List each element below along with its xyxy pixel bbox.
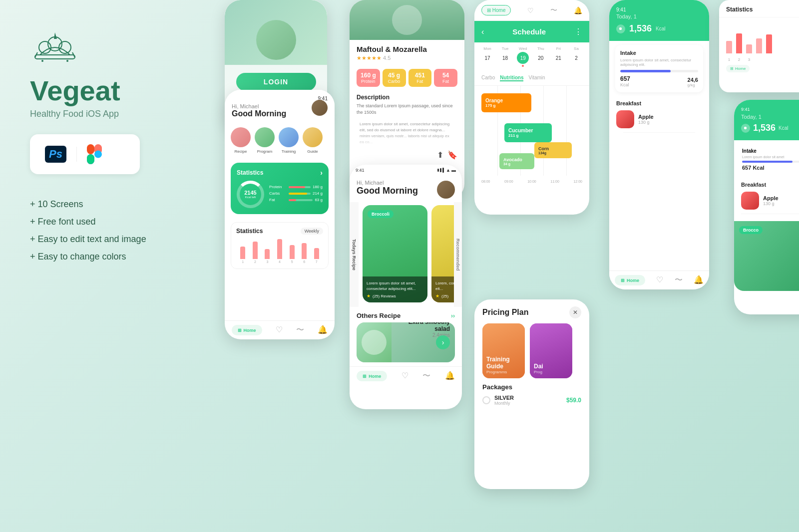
- phone4-greeting-section: Hi, Michael Good Morning: [357, 180, 418, 196]
- intake-unit1: Kcal: [620, 82, 630, 87]
- food-item-apple: Apple 130 g: [616, 110, 702, 128]
- see-all-btn[interactable]: ››: [451, 312, 455, 319]
- activity-icon-schedule[interactable]: 〜: [550, 6, 557, 15]
- protein-pill-val: 160 g: [361, 72, 376, 79]
- share-icon[interactable]: ⬆: [437, 150, 443, 160]
- day-fri[interactable]: Fri 21: [552, 46, 564, 67]
- bell-icon-7[interactable]: 🔔: [694, 275, 704, 285]
- guide-label: Guide: [307, 149, 318, 154]
- breakfast-title-10: Breakfast: [741, 182, 799, 188]
- program-label: Program: [257, 149, 273, 154]
- login-button[interactable]: LOGIN: [236, 73, 316, 91]
- stats-card-white: Statistics Weekly 1 2 3 4 5 6 7: [231, 222, 329, 269]
- svg-point-5: [41, 60, 43, 62]
- wifi-icon: ▲: [446, 168, 450, 173]
- bar-4: 4: [275, 239, 285, 264]
- heart-icon-schedule[interactable]: ♡: [527, 6, 534, 14]
- weekly-badge[interactable]: Weekly: [301, 228, 323, 235]
- day-thu[interactable]: Thu 20: [535, 46, 547, 67]
- carbs-pill-label: Carbo: [388, 79, 400, 84]
- nutrition-chart: 08:00 09:00 10:00 11:00 12:00 Orange 175…: [474, 86, 589, 186]
- kcal-icon: ⏺: [616, 24, 625, 33]
- big-recipe-card[interactable]: Extra smoothy salad 2.4mins ›: [357, 322, 455, 362]
- daily-plan-card[interactable]: Dai Prog: [530, 323, 572, 378]
- category-recipe[interactable]: Recipe: [231, 127, 251, 154]
- time-labels: 08:00 09:00 10:00 11:00 12:00: [481, 180, 582, 183]
- home-tab-7[interactable]: ⊞ Home: [615, 275, 645, 285]
- bell-icon[interactable]: 🔔: [318, 325, 328, 335]
- bookmark-icon[interactable]: 🔖: [447, 150, 457, 160]
- category-guide[interactable]: Guide: [303, 127, 323, 154]
- tab-carbo[interactable]: Carbo: [481, 75, 495, 81]
- activity-icon-7[interactable]: 〜: [675, 275, 683, 285]
- figma-icon: [87, 144, 102, 164]
- stats2-header: Statistics Weekly: [236, 228, 323, 235]
- category-training[interactable]: Training: [279, 127, 299, 154]
- fat-pill-label: Fat: [416, 79, 423, 84]
- breakfast-title: Breakfast: [616, 100, 702, 106]
- day-tue[interactable]: Tue 18: [499, 46, 511, 67]
- feature-2: + Free font used: [30, 217, 180, 227]
- training-plan-sub: Programms: [486, 370, 521, 374]
- kcal-pill-label: Fat: [442, 79, 449, 84]
- day-sat[interactable]: Sa 2: [570, 46, 582, 67]
- training-plan-card[interactable]: Training Guide Programms: [482, 323, 525, 378]
- food-circle: [256, 20, 296, 60]
- training-card-info: Training Guide Programms: [486, 356, 521, 374]
- food-row-10: Apple 130 g: [741, 192, 799, 210]
- feature-1: + 10 Screens: [30, 199, 180, 210]
- fat-pill: 451 Fat: [408, 69, 432, 87]
- food-hero: [350, 0, 464, 40]
- silver-radio[interactable]: [482, 396, 490, 404]
- good-morning-right-content: 9:41 Today, 1 ⏺ 1,536 Kcal Intake Lorem …: [734, 100, 799, 314]
- bell-icon-schedule[interactable]: 🔔: [574, 6, 582, 14]
- tab-nutritions[interactable]: Nutritions: [500, 75, 523, 81]
- schedule-title: Schedule: [512, 27, 546, 36]
- day-mon[interactable]: Mon 17: [481, 46, 493, 67]
- pkg-name: SILVER: [494, 395, 562, 401]
- activity-icon-4[interactable]: 〜: [422, 371, 430, 381]
- home-label-mini: Home: [735, 66, 746, 71]
- feature-4: + Easy to change colors: [30, 252, 180, 262]
- features-list: + 10 Screens + Free font used + Easy to …: [30, 199, 180, 262]
- home-pill-mini[interactable]: ⊞ Home: [726, 65, 750, 72]
- arrow-btn[interactable]: ›: [436, 335, 450, 349]
- recommended-vertical-label: Recommended: [454, 202, 462, 307]
- kcal-pill-val: 54: [438, 72, 453, 79]
- good-morning-4: Good Morning: [357, 186, 418, 196]
- apple-info-10: Apple 130 g: [763, 195, 779, 206]
- home-tab-4[interactable]: ⊞ Home: [357, 371, 387, 381]
- activity-icon[interactable]: 〜: [296, 325, 304, 335]
- silver-package[interactable]: SILVER Monthly $59.0: [482, 395, 581, 406]
- intake-bar-10: [742, 161, 799, 163]
- home-pill-schedule[interactable]: ⊞ Home: [481, 5, 511, 15]
- category-program[interactable]: Program: [255, 127, 275, 154]
- intake-values-10: 657 Kcal 24,6 g/kg: [742, 165, 799, 171]
- heart-icon-7[interactable]: ♡: [656, 275, 663, 285]
- intake-bar: [620, 70, 698, 72]
- intake-main: 657 Kcal: [620, 75, 630, 87]
- bell-icon-4[interactable]: 🔔: [445, 371, 455, 381]
- bar-6: 6: [300, 243, 309, 264]
- tab-vitamin[interactable]: Vitamin: [528, 75, 545, 81]
- grid-line-4: [566, 86, 567, 176]
- home-tab[interactable]: ⊞ Home: [232, 325, 262, 335]
- chevron-left-icon[interactable]: ‹: [481, 27, 484, 36]
- review-count: (25) Reviews: [373, 294, 396, 298]
- heart-icon-4[interactable]: ♡: [401, 371, 408, 381]
- stats-mini-content: Statistics 1 2 3 ⊞ Home: [719, 0, 799, 75]
- recipe-card-broccoli[interactable]: Broccoli Lorem ipsum dolor sit amet, con…: [363, 205, 427, 302]
- day-wed[interactable]: Wed 19: [517, 46, 529, 67]
- bar-chart: 1 2 3 4 5 6 7: [236, 239, 323, 264]
- today-header: 9:41 Today, 1 ⏺ 1,536 Kcal: [609, 0, 709, 41]
- schedule-top-bar: ⊞ Home ♡ 〜 🔔: [474, 0, 589, 21]
- heart-icon[interactable]: ♡: [276, 325, 283, 335]
- brand-subtitle: Healthy Food iOS App: [30, 109, 180, 119]
- carbs-label: Carbs: [269, 191, 287, 196]
- kcal-pill: 54 Fat: [434, 69, 457, 87]
- more-icon[interactable]: ⋮: [574, 27, 582, 36]
- close-button[interactable]: ✕: [569, 306, 581, 318]
- home-icon: ⊞: [238, 328, 242, 333]
- time-4: 9:41: [356, 168, 365, 173]
- screens-area: LOGIN SIGN UP 9:41 Hi, Michael Good Morn…: [215, 0, 799, 532]
